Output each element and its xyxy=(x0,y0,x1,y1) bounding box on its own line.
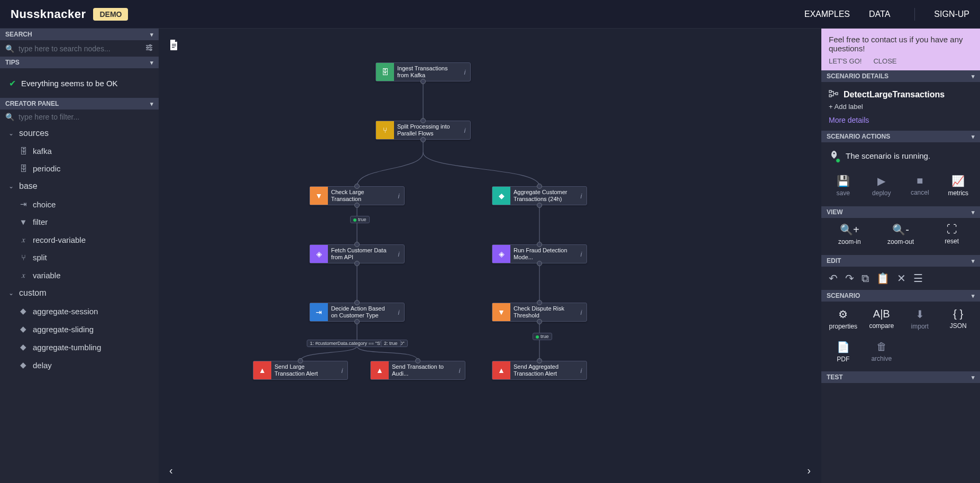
info-icon[interactable]: i xyxy=(337,361,347,379)
scenario-details-header[interactable]: SCENARIO DETAILS ▾ xyxy=(821,70,980,82)
node-alert-agg[interactable]: ▲ Send Aggregated Transaction Alert i xyxy=(492,361,587,380)
info-icon[interactable]: i xyxy=(460,63,470,81)
port-in[interactable] xyxy=(420,118,426,123)
search-settings-icon[interactable] xyxy=(145,43,153,53)
chevron-down-icon: ▾ xyxy=(150,31,153,38)
node-aggregate[interactable]: ◆ Aggregate Customer Transactions (24h) … xyxy=(492,186,587,205)
tree-item-delay[interactable]: ◆delay xyxy=(0,356,159,374)
node-fetch[interactable]: ◈ Fetch Customer Data from API i xyxy=(309,244,405,263)
info-icon[interactable]: i xyxy=(460,121,470,139)
tree-item-kafka[interactable]: 🗄kafka xyxy=(0,142,159,160)
search-panel-header[interactable]: SEARCH ▾ xyxy=(0,29,159,40)
tree-item-periodic[interactable]: 🗄periodic xyxy=(0,160,159,177)
port-out[interactable] xyxy=(537,261,542,266)
deploy-button[interactable]: ▶deploy xyxy=(864,171,900,200)
port-in[interactable] xyxy=(537,300,542,305)
test-header[interactable]: TEST ▾ xyxy=(821,371,980,383)
zoom-out-button[interactable]: 🔍-zoom-out xyxy=(877,220,925,249)
port-out[interactable] xyxy=(420,79,426,84)
compare-button[interactable]: A|Bcompare xyxy=(864,305,900,333)
port-in[interactable] xyxy=(537,358,542,363)
info-icon[interactable]: i xyxy=(454,361,465,379)
port-in[interactable] xyxy=(354,184,360,189)
tips-panel-header[interactable]: TIPS ▾ xyxy=(0,57,159,68)
node-fraud[interactable]: ◈ Run Fraud Detection Mode... i xyxy=(492,244,587,263)
scenario-actions-header[interactable]: SCENARIO ACTIONS ▾ xyxy=(821,131,980,142)
copy-button[interactable]: ⧉ xyxy=(862,272,869,285)
more-details-link[interactable]: More details xyxy=(821,113,980,131)
tree-group-sources[interactable]: ⌄sources xyxy=(0,124,159,142)
split-icon: ⑂ xyxy=(376,121,394,139)
node-split[interactable]: ⑂ Split Processing into Parallel Flows i xyxy=(375,121,471,140)
search-input[interactable] xyxy=(19,44,141,53)
tree-item-aggregate-session[interactable]: ◆aggregate-session xyxy=(0,302,159,320)
info-icon[interactable]: i xyxy=(393,245,404,263)
delete-button[interactable]: ✕ xyxy=(897,272,906,285)
svg-point-1 xyxy=(150,45,151,47)
port-in[interactable] xyxy=(415,358,420,363)
port-out[interactable] xyxy=(354,203,360,208)
zoom-in-button[interactable]: 🔍+zoom-in xyxy=(826,220,874,249)
port-out[interactable] xyxy=(354,319,360,324)
tree-item-filter[interactable]: ▼filter xyxy=(0,213,159,231)
node-dispute[interactable]: ▼ Check Dispute Risk Threshold i xyxy=(492,303,587,322)
tree-group-custom[interactable]: ⌄custom xyxy=(0,284,159,302)
node-audit[interactable]: ▲ Send Transaction to Audi... i xyxy=(370,361,465,380)
info-icon[interactable]: i xyxy=(576,361,587,379)
undo-button[interactable]: ↶ xyxy=(829,272,838,285)
port-in[interactable] xyxy=(537,184,542,189)
tree-item-choice[interactable]: ⇥choice xyxy=(0,195,159,213)
node-decide[interactable]: ⇥ Decide Action Based on Customer Type i xyxy=(309,303,405,322)
save-button[interactable]: 💾save xyxy=(826,171,861,200)
tree-item-aggregate-tumbling[interactable]: ◆aggregate-tumbling xyxy=(0,338,159,356)
scenario-section-header[interactable]: SCENARIO ▾ xyxy=(821,290,980,302)
canvas[interactable]: ‹ › xyxy=(159,29,821,483)
creator-panel-header[interactable]: CREATOR PANEL ▾ xyxy=(0,98,159,110)
port-in[interactable] xyxy=(354,300,360,305)
port-out[interactable] xyxy=(354,261,360,266)
nav-examples[interactable]: EXAMPLES xyxy=(804,10,850,19)
demo-badge: DEMO xyxy=(93,8,128,21)
play-icon: ▶ xyxy=(877,175,885,187)
info-icon[interactable]: i xyxy=(393,187,404,205)
import-button[interactable]: ⬇import xyxy=(902,305,938,333)
redo-button[interactable]: ↷ xyxy=(845,272,854,285)
node-label: Run Fraud Detection Mode... xyxy=(510,245,576,263)
info-icon[interactable]: i xyxy=(576,303,587,321)
port-in[interactable] xyxy=(298,358,303,363)
json-button[interactable]: { }JSON xyxy=(941,305,976,333)
hint-close-button[interactable]: CLOSE xyxy=(873,57,896,65)
tree-group-base[interactable]: ⌄base xyxy=(0,177,159,195)
cancel-button[interactable]: ■cancel xyxy=(902,171,938,200)
nav-data[interactable]: DATA xyxy=(869,10,890,19)
check-circle-icon: ✔ xyxy=(9,78,16,88)
add-label-button[interactable]: + Add label xyxy=(821,102,980,113)
port-out[interactable] xyxy=(420,137,426,142)
port-in[interactable] xyxy=(537,242,542,247)
creator-filter-input[interactable] xyxy=(19,113,153,121)
reset-button[interactable]: ⛶reset xyxy=(928,220,976,249)
port-out[interactable] xyxy=(537,319,542,324)
hint-lets-go-button[interactable]: LET'S GO! xyxy=(829,57,862,65)
layout-button[interactable]: ☰ xyxy=(913,272,923,285)
nav-signup[interactable]: SIGN-UP xyxy=(934,10,969,19)
edit-header[interactable]: EDIT ▾ xyxy=(821,255,980,267)
tree-item-aggregate-sliding[interactable]: ◆aggregate-sliding xyxy=(0,320,159,338)
metrics-button[interactable]: 📈metrics xyxy=(941,171,976,200)
archive-button[interactable]: 🗑archive xyxy=(864,338,900,366)
tree-item-variable[interactable]: 𝑥variable xyxy=(0,266,159,284)
port-in[interactable] xyxy=(354,242,360,247)
info-icon[interactable]: i xyxy=(393,303,404,321)
paste-button[interactable]: 📋 xyxy=(876,272,890,285)
node-check-large[interactable]: ▼ Check Large Transaction i xyxy=(309,186,405,205)
view-header[interactable]: VIEW ▾ xyxy=(821,206,980,218)
node-alert-large[interactable]: ▲ Send Large Transaction Alert i xyxy=(253,361,348,380)
port-out[interactable] xyxy=(537,203,542,208)
tree-item-split[interactable]: ⑂split xyxy=(0,249,159,266)
pdf-button[interactable]: 📄PDF xyxy=(826,338,861,366)
info-icon[interactable]: i xyxy=(576,187,587,205)
info-icon[interactable]: i xyxy=(576,245,587,263)
tree-item-record-variable[interactable]: 𝑥record-variable xyxy=(0,231,159,249)
node-ingest[interactable]: 🗄 Ingest Transactions from Kafka i xyxy=(375,62,471,81)
properties-button[interactable]: ⚙properties xyxy=(826,305,861,333)
